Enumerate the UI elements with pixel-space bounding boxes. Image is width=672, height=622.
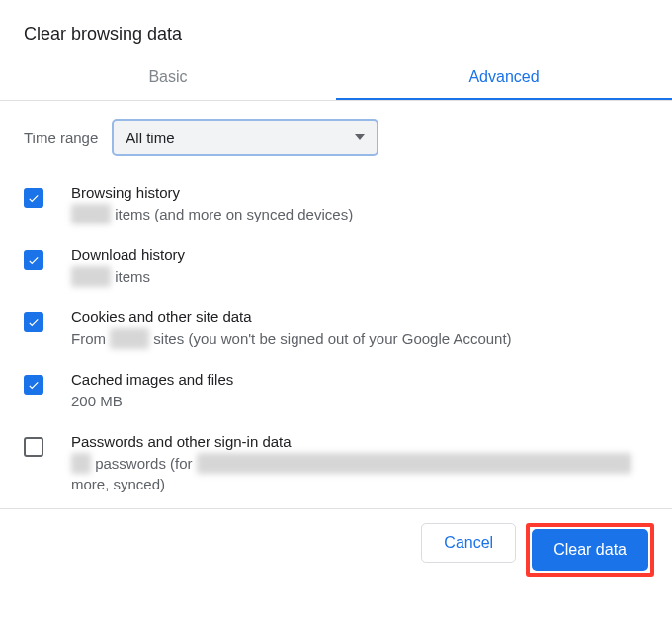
checkbox-cookies[interactable] — [24, 312, 43, 332]
dialog-footer: Cancel Clear data — [0, 509, 672, 590]
redacted-text: XXXX — [71, 204, 111, 224]
option-subtitle: XXXX items (and more on synced devices) — [71, 204, 648, 224]
tabs: Basic Advanced — [0, 60, 672, 100]
option-passwords: Passwords and other sign-in data XX pass… — [24, 433, 648, 494]
option-title: Cached images and files — [71, 371, 648, 388]
checkbox-download-history[interactable] — [24, 250, 43, 270]
checkbox-browsing-history[interactable] — [24, 188, 43, 208]
cancel-button[interactable]: Cancel — [421, 523, 516, 563]
tab-advanced[interactable]: Advanced — [336, 60, 672, 100]
check-icon — [27, 253, 41, 267]
clear-browsing-data-dialog: Clear browsing data Basic Advanced Time … — [0, 0, 672, 590]
tab-basic[interactable]: Basic — [0, 60, 336, 100]
option-text: Cached images and files 200 MB — [71, 371, 648, 411]
redacted-text: XXXX — [71, 266, 111, 287]
option-text: Passwords and other sign-in data XX pass… — [71, 433, 648, 494]
dialog-title: Clear browsing data — [0, 0, 672, 60]
check-icon — [27, 191, 41, 205]
option-text: Browsing history XXXX items (and more on… — [71, 184, 648, 224]
redacted-text: XX — [71, 453, 91, 474]
option-subtitle: XX passwords (for XXXXXXXXXXXXXXXXXXXXXX… — [71, 453, 648, 494]
option-cached-images: Cached images and files 200 MB — [24, 371, 648, 411]
option-title: Browsing history — [71, 184, 648, 201]
highlight-frame: Clear data — [526, 523, 654, 577]
option-subtitle: 200 MB — [71, 391, 648, 411]
time-range-select[interactable]: All time — [112, 119, 378, 156]
redacted-text: XXXX — [110, 328, 149, 349]
time-range-row: Time range All time — [24, 119, 648, 156]
option-text: Cookies and other site data From XXXX si… — [71, 309, 648, 349]
option-download-history: Download history XXXX items — [24, 246, 648, 287]
dialog-content: Time range All time Browsing history XXX… — [0, 101, 672, 494]
option-text: Download history XXXX items — [71, 246, 648, 287]
checkbox-cached-images[interactable] — [24, 375, 43, 395]
redacted-text: XXXXXXXXXXXXXXXXXXXXXXXXXXXXXXXXXXXXXXXX… — [197, 453, 631, 474]
check-icon — [27, 378, 41, 392]
option-subtitle: XXXX items — [71, 266, 648, 287]
option-title: Passwords and other sign-in data — [71, 433, 648, 450]
time-range-label: Time range — [24, 130, 98, 146]
option-title: Cookies and other site data — [71, 309, 648, 325]
clear-data-button[interactable]: Clear data — [532, 529, 648, 571]
option-subtitle: From XXXX sites (you won't be signed out… — [71, 328, 648, 349]
check-icon — [27, 315, 41, 329]
time-range-value: All time — [126, 130, 174, 146]
checkbox-passwords[interactable] — [24, 437, 43, 457]
option-browsing-history: Browsing history XXXX items (and more on… — [24, 184, 648, 224]
option-title: Download history — [71, 246, 648, 263]
option-cookies: Cookies and other site data From XXXX si… — [24, 309, 648, 349]
chevron-down-icon — [355, 134, 365, 140]
